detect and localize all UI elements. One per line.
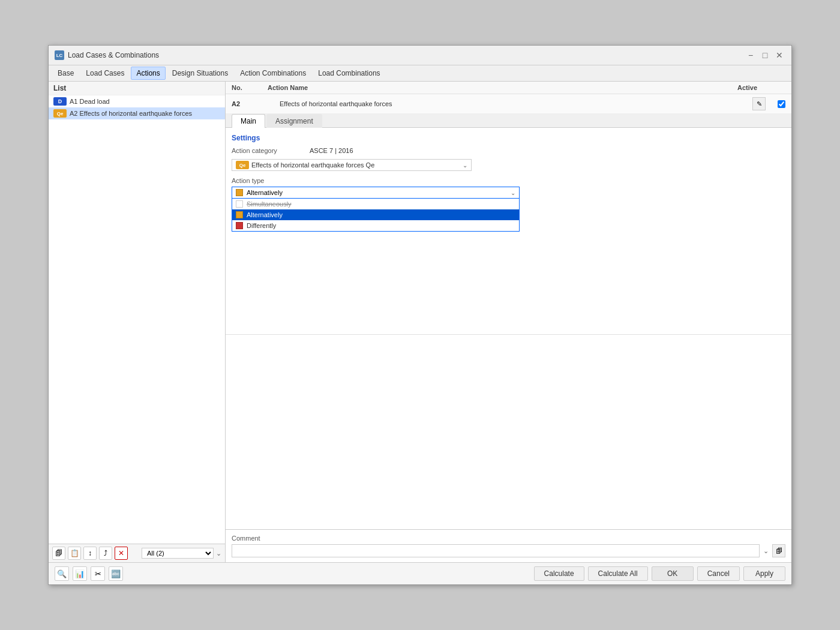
comment-input[interactable]: [232, 544, 760, 557]
list-header: List: [49, 82, 225, 95]
toolbar-icons: 🗐 📋 ↕ ⤴ ✕: [52, 547, 128, 560]
comment-section: Comment ⌄ 🗐: [226, 529, 791, 562]
delete-button[interactable]: ✕: [115, 547, 128, 560]
comment-row: ⌄ 🗐: [232, 544, 785, 557]
left-panel: List D A1 Dead load Qe A2 Effects of hor…: [49, 82, 226, 562]
title-bar: LC Load Cases & Combinations − □ ✕: [49, 46, 791, 65]
col-header-no: No.: [232, 84, 268, 91]
app-icon: LC: [55, 50, 64, 60]
menu-bar: Base Load Cases Actions Design Situation…: [49, 65, 791, 82]
list-item-selected[interactable]: Qe A2 Effects of horizontal earthquake f…: [49, 107, 225, 119]
category-badge: Qe: [236, 161, 249, 169]
list-item-text-2: A2 Effects of horizontal earthquake forc…: [70, 110, 192, 117]
empty-area: [226, 334, 791, 529]
search-icon-button[interactable]: 🔍: [55, 566, 69, 581]
category-select-text: Effects of horizontal earthquake forces …: [251, 161, 460, 169]
list-item[interactable]: D A1 Dead load: [49, 95, 225, 107]
close-button[interactable]: ✕: [773, 49, 785, 61]
cut-icon-button[interactable]: ✂: [91, 566, 105, 581]
inner-tabs: Main Assignment: [226, 114, 791, 128]
copy-button[interactable]: 🗐: [52, 547, 65, 560]
menu-item-load-combinations[interactable]: Load Combinations: [313, 67, 385, 80]
content-area: List D A1 Dead load Qe A2 Effects of hor…: [49, 82, 791, 562]
right-panel: No. Action Name Active A2 Effects of hor…: [226, 82, 791, 562]
apply-button[interactable]: Apply: [743, 566, 785, 581]
settings-header: Settings: [232, 134, 785, 142]
tab-assignment[interactable]: Assignment: [266, 114, 322, 128]
title-bar-left: LC Load Cases & Combinations: [55, 50, 159, 60]
action-number: A2: [232, 100, 268, 107]
menu-item-base[interactable]: Base: [52, 67, 79, 80]
action-category-row: Action category ASCE 7 | 2016: [232, 147, 785, 154]
tab-main[interactable]: Main: [232, 114, 265, 128]
color-square-differently: [236, 222, 243, 229]
active-checkbox[interactable]: [778, 100, 785, 108]
action-data-row: A2 Effects of horizontal earthquake forc…: [226, 94, 791, 114]
action-category-label: Action category: [232, 147, 304, 154]
action-name-value: Effects of horizontal earthquake forces: [280, 100, 740, 107]
filter-row: All (2) ⌄: [142, 548, 221, 559]
chevron-down-icon: ⌄: [216, 550, 221, 557]
merge-button[interactable]: ⤴: [99, 547, 112, 560]
option-label-simultaneously: Simultaneously: [247, 200, 292, 208]
chart-icon-button[interactable]: 📊: [73, 566, 87, 581]
color-square-simultaneously: [236, 200, 243, 208]
dropdown-option-simultaneously[interactable]: Simultaneously: [232, 199, 519, 209]
option-label-alternatively: Alternatively: [247, 211, 283, 218]
menu-item-action-combinations[interactable]: Action Combinations: [235, 67, 311, 80]
list-item-text: A1 Dead load: [70, 98, 110, 105]
comment-label: Comment: [232, 535, 785, 542]
filter-select[interactable]: All (2): [142, 548, 214, 559]
calculate-button[interactable]: Calculate: [534, 566, 584, 581]
comment-copy-button[interactable]: 🗐: [772, 544, 785, 557]
action-edit-button[interactable]: ✎: [752, 97, 766, 110]
cancel-button[interactable]: Cancel: [697, 566, 740, 581]
menu-item-load-cases[interactable]: Load Cases: [80, 67, 130, 80]
column-headers: No. Action Name Active: [226, 82, 791, 94]
option-label-differently: Differently: [247, 222, 276, 229]
title-controls: − □ ✕: [745, 49, 785, 61]
minimize-button[interactable]: −: [745, 49, 757, 61]
paste-button[interactable]: 📋: [68, 547, 81, 560]
action-type-label: Action type: [232, 177, 785, 184]
dropdown-list: Simultaneously Alternatively Differently: [232, 199, 520, 232]
dropdown-option-differently[interactable]: Differently: [232, 220, 519, 231]
chevron-icon: ⌄: [463, 162, 467, 169]
menu-item-design-situations[interactable]: Design Situations: [167, 67, 233, 80]
sort-button[interactable]: ↕: [83, 547, 97, 560]
maximize-button[interactable]: □: [759, 49, 771, 61]
action-category-value: ASCE 7 | 2016: [310, 147, 353, 154]
col-header-active: Active: [737, 84, 785, 91]
action-type-selected-text: Alternatively: [247, 189, 507, 196]
badge-qe: Qe: [53, 109, 67, 118]
bottom-right: Calculate Calculate All OK Cancel Apply: [534, 566, 785, 581]
action-type-color-square: [236, 189, 243, 196]
settings-area: Settings Action category ASCE 7 | 2016 Q…: [226, 128, 791, 334]
bottom-left: 🔍 📊 ✂ 🔤: [55, 566, 123, 581]
category-select[interactable]: Qe Effects of horizontal earthquake forc…: [232, 159, 472, 171]
bottom-bar: 🔍 📊 ✂ 🔤 Calculate Calculate All OK Cance…: [49, 562, 791, 584]
active-checkbox-col: [778, 100, 785, 108]
main-window: LC Load Cases & Combinations − □ ✕ Base …: [48, 45, 792, 585]
action-type-dropdown: Alternatively ⌄ Simultaneously Alternati…: [232, 187, 520, 199]
calculate-all-button[interactable]: Calculate All: [588, 566, 648, 581]
dropdown-arrow-icon: ⌄: [511, 190, 515, 196]
category-select-row: Qe Effects of horizontal earthquake forc…: [232, 159, 785, 171]
text-icon-button[interactable]: 🔤: [109, 566, 123, 581]
list-toolbar: 🗐 📋 ↕ ⤴ ✕ All (2) ⌄: [49, 544, 225, 562]
action-type-selected[interactable]: Alternatively ⌄: [232, 187, 520, 199]
comment-chevron-icon: ⌄: [763, 547, 769, 555]
color-square-alternatively: [236, 211, 243, 218]
list-items: D A1 Dead load Qe A2 Effects of horizont…: [49, 95, 225, 544]
dropdown-option-alternatively[interactable]: Alternatively: [232, 209, 519, 220]
col-header-name: Action Name: [268, 84, 737, 91]
ok-button[interactable]: OK: [652, 566, 694, 581]
action-type-section: Action type Alternatively ⌄ Simultaneous…: [232, 177, 785, 199]
badge-d: D: [53, 97, 67, 106]
menu-item-actions[interactable]: Actions: [131, 67, 165, 80]
window-title: Load Cases & Combinations: [68, 51, 159, 59]
